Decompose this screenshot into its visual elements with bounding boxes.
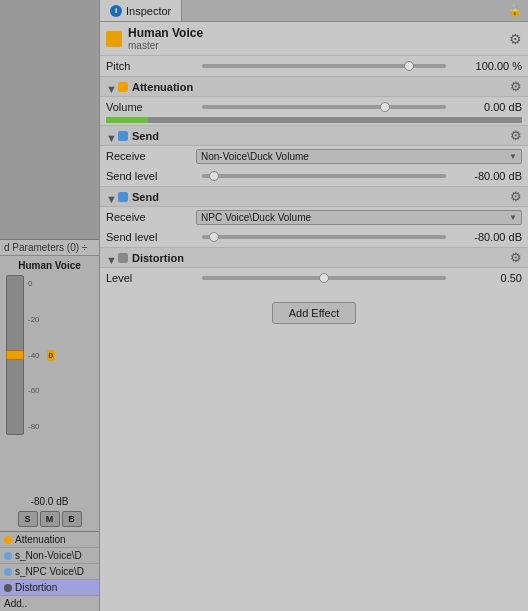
send1-dropdown-arrow-icon: ▼ (509, 152, 517, 161)
send2-receive-label: Receive (106, 211, 196, 223)
send2-receive-dropdown[interactable]: NPC Voice\Duck Volume ▼ (196, 210, 522, 225)
left-top-area (0, 0, 99, 240)
tab-bar: i Inspector 🔒 (100, 0, 528, 22)
send1-gear-icon[interactable]: ⚙ (510, 128, 522, 143)
fader-area: 0 0 -20 -40 -60 -80 (2, 275, 97, 492)
send1-receive-row: Receive Non-Voice\Duck Volume ▼ (100, 146, 528, 166)
attenuation-gear-icon[interactable]: ⚙ (510, 79, 522, 94)
fader-handle[interactable]: 0 (6, 350, 24, 360)
send1-level-thumb[interactable] (209, 171, 219, 181)
send2-level-value: -80.00 dB (452, 231, 522, 243)
distortion-level-value: 0.50 (452, 272, 522, 284)
pitch-slider[interactable] (202, 64, 446, 68)
attenuation-dot (118, 82, 128, 92)
effect-item-distortion[interactable]: Distortion (0, 580, 99, 596)
mixer-channel: Human Voice 0 0 -20 -40 -60 -80 -80.0 dB… (0, 256, 99, 531)
db-value-display: -80.0 dB (31, 496, 69, 507)
inspector-tab-label: Inspector (126, 5, 171, 17)
volume-slider[interactable] (202, 105, 446, 109)
tab-spacer (182, 0, 502, 21)
send2-level-label: Send level (106, 231, 196, 243)
mute-button[interactable]: M (40, 511, 60, 527)
add-button[interactable]: Add.. (0, 596, 99, 611)
left-panel: d Parameters (0) ÷ Human Voice 0 0 -20 -… (0, 0, 100, 611)
send2-dropdown-arrow-icon: ▼ (509, 213, 517, 222)
distortion-title: Distortion (132, 252, 510, 264)
component-icon (106, 31, 122, 47)
smb-buttons: S M B (18, 511, 82, 527)
content-area: Human Voice master ⚙ Pitch 100.00 % ▼ At… (100, 22, 528, 611)
solo-button[interactable]: S (18, 511, 38, 527)
send1-receive-value: Non-Voice\Duck Volume (201, 151, 309, 162)
add-label: Add.. (4, 598, 27, 609)
lock-icon: 🔒 (508, 4, 522, 17)
component-header: Human Voice master ⚙ (100, 22, 528, 56)
component-name-area: Human Voice master (128, 26, 509, 51)
effect-item-attenuation[interactable]: Attenuation (0, 532, 99, 548)
attenuation-arrow-icon: ▼ (106, 83, 114, 91)
tab-lock[interactable]: 🔒 (502, 0, 528, 21)
effect-item-npcvoice[interactable]: s_NPC Voice\D (0, 564, 99, 580)
send2-dot (118, 192, 128, 202)
send1-level-label: Send level (106, 170, 196, 182)
volume-value: 0.00 dB (452, 101, 522, 113)
effect-list: Attenuation s_Non-Voice\D s_NPC Voice\D … (0, 531, 99, 611)
send2-level-slider[interactable] (202, 235, 446, 239)
add-effect-button[interactable]: Add Effect (272, 302, 357, 324)
add-effect-container: Add Effect (100, 288, 528, 338)
volume-label: Volume (106, 101, 196, 113)
channel-name-label: Human Voice (18, 260, 81, 271)
inspector-tab[interactable]: i Inspector (100, 0, 182, 21)
volume-bar-fill (106, 117, 148, 123)
effect-label-attenuation: Attenuation (15, 534, 66, 545)
distortion-arrow-icon: ▼ (106, 254, 114, 262)
effect-dot-nonvoice (4, 552, 12, 560)
pitch-thumb[interactable] (404, 61, 414, 71)
distortion-gear-icon[interactable]: ⚙ (510, 250, 522, 265)
attenuation-title: Attenuation (132, 81, 510, 93)
send1-dot (118, 131, 128, 141)
send2-section-header: ▼ Send ⚙ (100, 186, 528, 207)
send1-level-value: -80.00 dB (452, 170, 522, 182)
send1-arrow-icon: ▼ (106, 132, 114, 140)
attenuation-section-header: ▼ Attenuation ⚙ (100, 76, 528, 97)
volume-bar-container (106, 117, 522, 123)
bypass-button[interactable]: B (62, 511, 82, 527)
send1-level-row: Send level -80.00 dB (100, 166, 528, 186)
send2-gear-icon[interactable]: ⚙ (510, 189, 522, 204)
distortion-dot (118, 253, 128, 263)
effect-label-nonvoice: s_Non-Voice\D (15, 550, 82, 561)
send1-level-slider[interactable] (202, 174, 446, 178)
send1-receive-dropdown[interactable]: Non-Voice\Duck Volume ▼ (196, 149, 522, 164)
effect-dot-distortion (4, 584, 12, 592)
volume-row: Volume 0.00 dB (100, 97, 528, 117)
inspector-panel: i Inspector 🔒 Human Voice master ⚙ Pitch… (100, 0, 528, 611)
pitch-label: Pitch (106, 60, 196, 72)
send1-title: Send (132, 130, 510, 142)
distortion-level-row: Level 0.50 (100, 268, 528, 288)
volume-thumb[interactable] (380, 102, 390, 112)
pitch-value: 100.00 % (452, 60, 522, 72)
fader-track[interactable]: 0 (6, 275, 24, 435)
params-bar[interactable]: d Parameters (0) ÷ (0, 240, 99, 256)
send1-section-header: ▼ Send ⚙ (100, 125, 528, 146)
fader-badge: 0 (47, 350, 55, 361)
component-name: Human Voice (128, 26, 509, 40)
inspector-tab-icon: i (110, 5, 122, 17)
effect-dot-attenuation (4, 536, 12, 544)
send2-arrow-icon: ▼ (106, 193, 114, 201)
effect-label-distortion: Distortion (15, 582, 57, 593)
component-sub: master (128, 40, 509, 51)
component-gear-icon[interactable]: ⚙ (509, 31, 522, 47)
send2-receive-value: NPC Voice\Duck Volume (201, 212, 311, 223)
db-scale: 0 -20 -40 -60 -80 (28, 275, 40, 435)
effect-dot-npcvoice (4, 568, 12, 576)
distortion-section-header: ▼ Distortion ⚙ (100, 247, 528, 268)
send2-receive-row: Receive NPC Voice\Duck Volume ▼ (100, 207, 528, 227)
send1-receive-label: Receive (106, 150, 196, 162)
distortion-level-thumb[interactable] (319, 273, 329, 283)
distortion-level-slider[interactable] (202, 276, 446, 280)
params-bar-label: d Parameters (0) ÷ (4, 242, 87, 253)
send2-level-thumb[interactable] (209, 232, 219, 242)
effect-item-nonvoice[interactable]: s_Non-Voice\D (0, 548, 99, 564)
